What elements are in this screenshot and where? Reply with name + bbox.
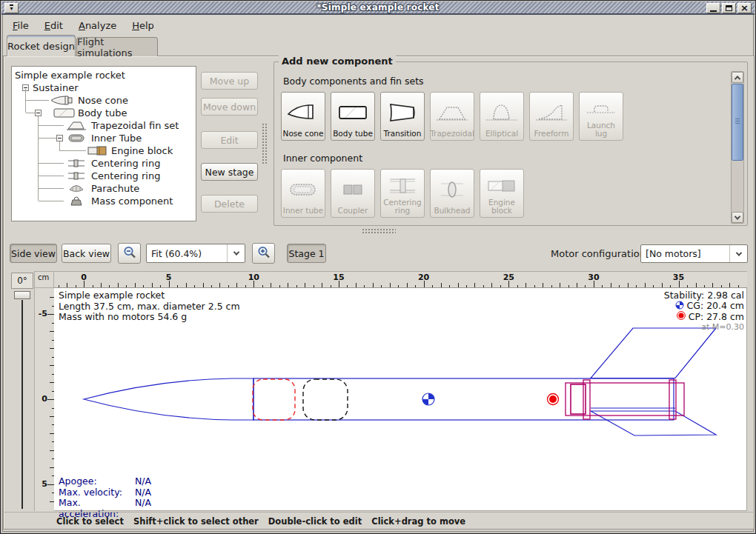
tree-item-label: Simple example rocket — [15, 70, 125, 81]
tree-connector — [26, 100, 49, 101]
ruler-tick — [398, 285, 399, 287]
tree-item-sustainer[interactable]: Sustainer — [12, 81, 194, 94]
add-bulkhead-button[interactable]: Bulkhead — [430, 169, 474, 218]
add-engine-block-button[interactable]: Engine block — [480, 169, 524, 218]
ruler-tick — [721, 285, 722, 287]
tree-item-label: Centering ring — [91, 158, 160, 169]
cg-marker — [422, 393, 434, 405]
ruler-tick — [135, 283, 136, 287]
ruler-tick — [704, 285, 705, 287]
scroll-up-button[interactable] — [732, 72, 743, 83]
ruler-tick — [52, 441, 54, 442]
ruler-tick — [432, 285, 433, 287]
ruler-tick — [636, 285, 637, 287]
horizontal-splitter-handle[interactable] — [362, 228, 396, 234]
zoom-out-button[interactable] — [118, 243, 141, 264]
component-button-label: Launch lug — [580, 121, 622, 138]
stage-1-toggle[interactable]: Stage 1 — [287, 244, 326, 263]
add-coupler-button[interactable]: Coupler — [331, 169, 375, 218]
dropdown-area[interactable] — [729, 245, 747, 262]
component-panel-scrollbar[interactable] — [731, 71, 744, 224]
maximize-button[interactable] — [722, 3, 736, 13]
button-label: Delete — [214, 198, 245, 210]
tree-item-rocket[interactable]: Simple example rocket — [12, 69, 194, 81]
add-nose-cone-button[interactable]: Nose cone — [281, 92, 325, 141]
add-trapezoidal-fin-button[interactable]: Trapezoidal — [430, 92, 474, 141]
tab-rocket-design[interactable]: Rocket design — [7, 35, 76, 56]
collapse-toggle-icon[interactable] — [35, 110, 42, 116]
ruler-tick — [50, 331, 54, 332]
ruler-tick — [109, 285, 110, 287]
collapse-toggle-icon[interactable] — [56, 135, 63, 141]
move-down-button[interactable]: Move down — [201, 98, 258, 116]
chevron-down-icon — [233, 249, 239, 255]
tree-connector — [25, 89, 26, 113]
ruler-tick — [585, 285, 586, 287]
ruler-tick — [76, 285, 76, 287]
add-elliptical-fin-button[interactable]: Elliptical — [480, 92, 524, 141]
add-transition-button[interactable]: Transition — [380, 92, 425, 141]
add-launch-lug-button[interactable]: Launch lug — [579, 92, 623, 141]
tree-item-label: Engine block — [111, 145, 173, 156]
add-freeform-fin-button[interactable]: Freeform — [529, 92, 574, 141]
engine-block-icon — [485, 173, 519, 198]
minimize-button[interactable] — [706, 3, 720, 13]
rotation-slider[interactable] — [13, 291, 32, 510]
side-view-toggle[interactable]: Side view — [10, 244, 57, 263]
menu-edit[interactable]: Edit — [42, 19, 65, 33]
ruler-tick — [52, 391, 54, 392]
scrollbar-thumb[interactable] — [732, 84, 743, 161]
elliptical-fin-icon — [485, 96, 519, 130]
dropdown-area[interactable] — [227, 244, 245, 262]
tree-item-label: Centering ring — [91, 170, 160, 181]
move-up-button[interactable]: Move up — [201, 72, 258, 90]
parachute-outline — [253, 379, 295, 420]
edit-button[interactable]: Edit — [201, 131, 258, 149]
rocket-name: Simple example rocket — [59, 290, 240, 301]
ruler-tick — [47, 314, 54, 315]
ruler-tick — [67, 283, 67, 287]
motor-configuration-select[interactable]: [No motors] — [640, 244, 748, 263]
title-bar: ▾ *Simple example rocket × — [1, 1, 755, 15]
add-body-tube-button[interactable]: Body tube — [331, 92, 375, 141]
tab-flight-simulations[interactable]: Flight simulations — [76, 37, 158, 56]
zoom-level-select[interactable]: Fit (60.4%) — [146, 244, 245, 263]
menu-analyze[interactable]: Analyze — [76, 19, 119, 33]
ruler-unit-cell: cm — [34, 271, 54, 288]
delete-button[interactable]: Delete — [201, 195, 258, 213]
ruler-tick — [729, 283, 730, 287]
slider-handle[interactable] — [14, 291, 30, 299]
tab-label: Flight simulations — [77, 36, 157, 59]
tree-item-engine-block[interactable]: Engine block — [12, 144, 194, 157]
vertical-splitter-handle[interactable] — [262, 123, 268, 164]
inner-tube-icon — [286, 173, 320, 207]
tree-item-label: Inner Tube — [91, 133, 142, 144]
hint-shift-click: Shift+click to select other — [133, 516, 259, 530]
ruler-tick — [331, 285, 331, 287]
cp-legend-icon — [677, 311, 686, 322]
tree-item-body-tube[interactable]: Body tube — [12, 107, 194, 119]
ruler-tick — [194, 285, 195, 287]
menu-file[interactable]: File — [10, 19, 31, 33]
ruler-label: 35 — [673, 273, 684, 282]
ruler-tick — [52, 374, 54, 375]
menu-help[interactable]: Help — [130, 19, 156, 33]
component-button-label: Engine block — [481, 198, 523, 215]
zoom-in-button[interactable] — [252, 243, 275, 264]
ruler-tick — [59, 285, 59, 287]
ruler-tick — [52, 306, 54, 307]
add-centering-ring-button[interactable]: Centering ring — [380, 169, 425, 218]
scroll-down-button[interactable] — [732, 212, 743, 223]
new-stage-button[interactable]: New stage — [201, 163, 258, 181]
ruler-tick — [347, 285, 348, 287]
rocket-canvas[interactable]: Simple example rocket Length 37.5 cm, ma… — [54, 288, 747, 511]
ruler-tick — [364, 285, 365, 287]
back-view-toggle[interactable]: Back view — [62, 244, 111, 263]
chevron-down-icon — [735, 250, 741, 256]
close-button[interactable]: × — [737, 3, 752, 13]
ruler-tick — [296, 285, 297, 287]
ruler-tick — [50, 501, 54, 502]
menu-bar: File Edit Analyze Help — [3, 16, 753, 34]
inner-tube-icon — [67, 133, 86, 145]
add-inner-tube-button[interactable]: Inner tube — [281, 169, 325, 218]
